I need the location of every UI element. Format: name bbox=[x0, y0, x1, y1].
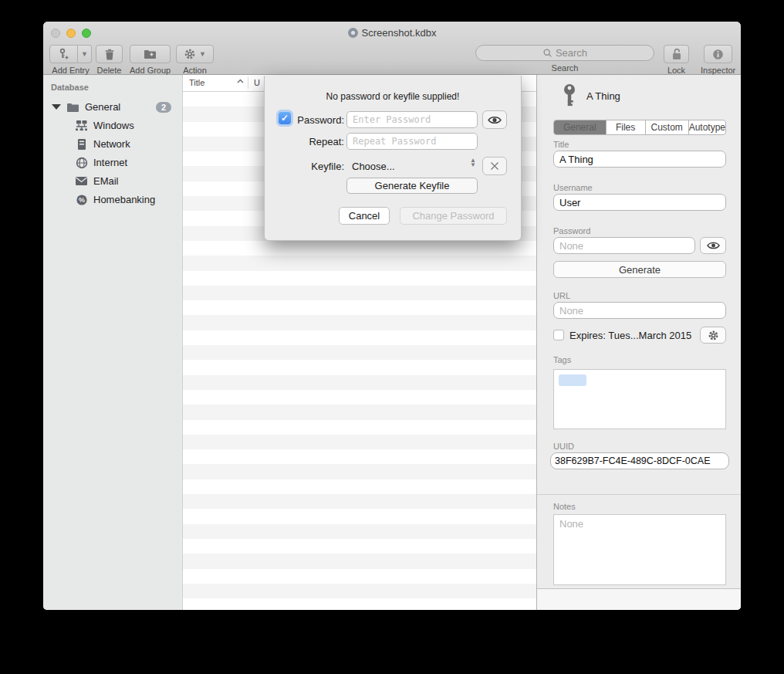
info-icon bbox=[712, 49, 724, 60]
percent-circle-icon: % bbox=[75, 193, 88, 206]
change-password-button[interactable]: Change Password bbox=[400, 207, 507, 225]
sidebar-item-internet[interactable]: Internet bbox=[43, 154, 182, 171]
expires-checkbox[interactable] bbox=[553, 330, 564, 340]
url-field[interactable] bbox=[553, 302, 726, 319]
action-button[interactable]: ▼ bbox=[176, 45, 214, 63]
titlebar-toolbar: Screenshot.kdbx ▼ Add Entry Delete bbox=[43, 22, 741, 75]
add-entry-dropdown[interactable]: ▼ bbox=[78, 45, 92, 63]
group-label: Network bbox=[93, 138, 130, 150]
generate-password-button[interactable]: Generate bbox=[553, 261, 726, 278]
uuid-label: UUID bbox=[553, 442, 574, 451]
column-header-username[interactable]: U bbox=[254, 78, 260, 87]
eye-icon bbox=[707, 241, 720, 250]
tag-token[interactable] bbox=[559, 374, 586, 386]
add-entry-button[interactable] bbox=[49, 45, 78, 63]
username-field-label: Username bbox=[553, 183, 593, 192]
cancel-button[interactable]: Cancel bbox=[339, 207, 390, 225]
inspector-button[interactable] bbox=[704, 45, 732, 63]
reveal-password-button[interactable] bbox=[482, 110, 507, 129]
search-label: Search bbox=[552, 63, 579, 73]
password-input[interactable] bbox=[346, 111, 478, 128]
entry-count-badge: 2 bbox=[156, 102, 171, 113]
sidebar-item-homebanking[interactable]: % Homebanking bbox=[43, 191, 182, 208]
password-field[interactable] bbox=[553, 237, 695, 254]
password-checkbox[interactable]: ✓ bbox=[279, 112, 291, 124]
chevron-down-icon: ▼ bbox=[199, 50, 206, 58]
stepper-icon[interactable]: ▲▼ bbox=[470, 158, 476, 168]
password-field-label: Password bbox=[553, 226, 590, 235]
chevron-down-icon: ▼ bbox=[81, 50, 88, 58]
sort-ascending-icon bbox=[237, 79, 244, 83]
folder-plus-icon bbox=[144, 49, 157, 59]
expires-settings-button[interactable] bbox=[700, 327, 726, 344]
group-label: EMail bbox=[93, 175, 119, 187]
disclosure-triangle-icon[interactable] bbox=[52, 104, 61, 110]
tab-autotype[interactable]: Autotype bbox=[689, 120, 725, 134]
document-proxy-icon bbox=[348, 28, 358, 38]
title-field[interactable] bbox=[553, 151, 726, 168]
globe-icon bbox=[75, 156, 88, 169]
sidebar-item-email[interactable]: EMail bbox=[43, 172, 182, 190]
repeat-input[interactable] bbox=[346, 133, 478, 150]
keyfile-label: Keyfile: bbox=[290, 161, 344, 172]
search-placeholder: Search bbox=[556, 47, 587, 59]
group-label: Homebanking bbox=[93, 194, 155, 205]
delete-label: Delete bbox=[97, 66, 122, 75]
svg-text:%: % bbox=[78, 196, 84, 204]
lock-label: Lock bbox=[667, 66, 685, 75]
inspector-footer bbox=[537, 588, 741, 610]
tags-label: Tags bbox=[553, 355, 571, 364]
search-input[interactable]: Search bbox=[475, 45, 654, 61]
inspector-label: Inspector bbox=[701, 66, 735, 75]
sidebar-item-general[interactable]: General 2 bbox=[43, 98, 182, 116]
tab-general[interactable]: General bbox=[554, 120, 607, 134]
expires-label: Expires: Tues...March 2015 bbox=[569, 330, 691, 341]
eye-icon bbox=[488, 115, 502, 125]
tab-files[interactable]: Files bbox=[607, 120, 646, 134]
add-group-label: Add Group bbox=[130, 66, 171, 75]
folder-icon bbox=[66, 100, 79, 113]
title-field-label: Title bbox=[553, 140, 569, 149]
gear-icon bbox=[184, 48, 196, 60]
sidebar-item-windows[interactable]: Windows bbox=[43, 117, 182, 134]
change-password-sheet: No password or keyfile supplied! ✓ Passw… bbox=[264, 76, 522, 241]
password-label: Password: bbox=[290, 114, 344, 126]
uuid-field[interactable] bbox=[550, 452, 729, 469]
show-password-button[interactable] bbox=[700, 237, 726, 254]
group-label: Windows bbox=[93, 120, 134, 131]
notes-field[interactable] bbox=[553, 514, 726, 585]
repeat-label: Repeat: bbox=[290, 136, 344, 147]
key-plus-icon bbox=[58, 48, 70, 60]
add-group-button[interactable] bbox=[130, 45, 171, 63]
app-window: Screenshot.kdbx ▼ Add Entry Delete bbox=[43, 22, 741, 610]
sidebar-section-header: Database bbox=[51, 83, 89, 92]
generate-keyfile-button[interactable]: Generate Keyfile bbox=[346, 178, 478, 194]
gear-icon bbox=[708, 330, 719, 341]
envelope-icon bbox=[75, 174, 88, 188]
inspector-panel: A Thing General Files Custom Autotype Ti… bbox=[536, 75, 741, 610]
url-field-label: URL bbox=[553, 291, 570, 300]
add-entry-label: Add Entry bbox=[52, 66, 89, 75]
clear-keyfile-button[interactable] bbox=[482, 157, 507, 175]
unlock-icon bbox=[671, 48, 682, 60]
search-icon bbox=[542, 48, 553, 58]
sidebar-item-network[interactable]: Network bbox=[43, 135, 182, 153]
notes-label: Notes bbox=[553, 502, 576, 511]
tags-field[interactable] bbox=[553, 369, 726, 429]
sheet-message: No password or keyfile supplied! bbox=[265, 91, 521, 102]
server-icon bbox=[75, 137, 88, 151]
delete-button[interactable] bbox=[96, 45, 123, 63]
lock-button[interactable] bbox=[664, 45, 689, 63]
close-x-icon bbox=[490, 161, 499, 171]
tab-custom[interactable]: Custom bbox=[646, 120, 689, 134]
username-field[interactable] bbox=[553, 194, 726, 211]
sidebar: Database General 2 Windows Network bbox=[43, 75, 183, 610]
key-icon bbox=[560, 83, 579, 108]
column-divider[interactable] bbox=[248, 77, 248, 89]
keyfile-popup[interactable]: Choose... bbox=[352, 161, 395, 172]
entry-title: A Thing bbox=[586, 90, 620, 102]
window-title: Screenshot.kdbx bbox=[43, 27, 741, 39]
column-header-title[interactable]: Title bbox=[189, 78, 204, 87]
group-label: General bbox=[85, 101, 120, 113]
inspector-tabs: General Files Custom Autotype bbox=[553, 120, 726, 135]
